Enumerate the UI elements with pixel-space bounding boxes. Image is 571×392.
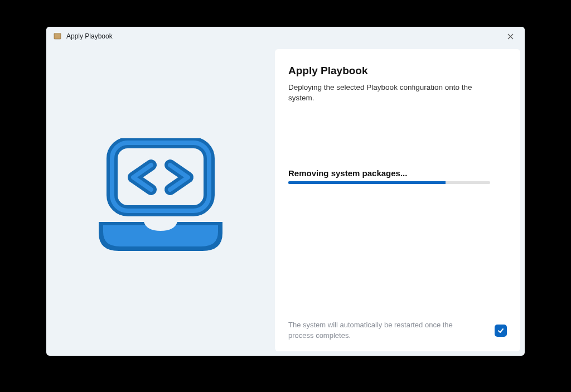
svg-rect-4: [112, 143, 209, 211]
panel-heading: Apply Playbook: [288, 65, 507, 77]
svg-rect-5: [112, 143, 209, 211]
panel-description: Deploying the selected Playbook configur…: [288, 83, 489, 104]
progress-bar-fill: [288, 181, 446, 184]
close-button[interactable]: [500, 28, 520, 44]
content-area: Apply Playbook Deploying the selected Pl…: [46, 46, 525, 356]
svg-rect-1: [54, 33, 61, 35]
checkmark-icon: [497, 327, 505, 335]
apply-playbook-window: Apply Playbook Apply Playboo: [46, 27, 525, 356]
progress-panel: Apply Playbook Deploying the selected Pl…: [275, 49, 520, 351]
laptop-code-icon: [91, 138, 230, 264]
status-label: Removing system packages...: [288, 168, 507, 178]
close-icon: [507, 33, 514, 40]
progress-bar-track: [288, 181, 490, 184]
restart-note: The system will automatically be restart…: [288, 320, 456, 341]
illustration-pane: [46, 46, 275, 356]
status-area: Removing system packages...: [288, 168, 507, 184]
panel-footer: The system will automatically be restart…: [288, 320, 507, 341]
auto-restart-checkbox[interactable]: [495, 325, 507, 337]
app-icon: [53, 32, 62, 41]
titlebar: Apply Playbook: [46, 27, 525, 46]
window-title: Apply Playbook: [66, 32, 113, 40]
